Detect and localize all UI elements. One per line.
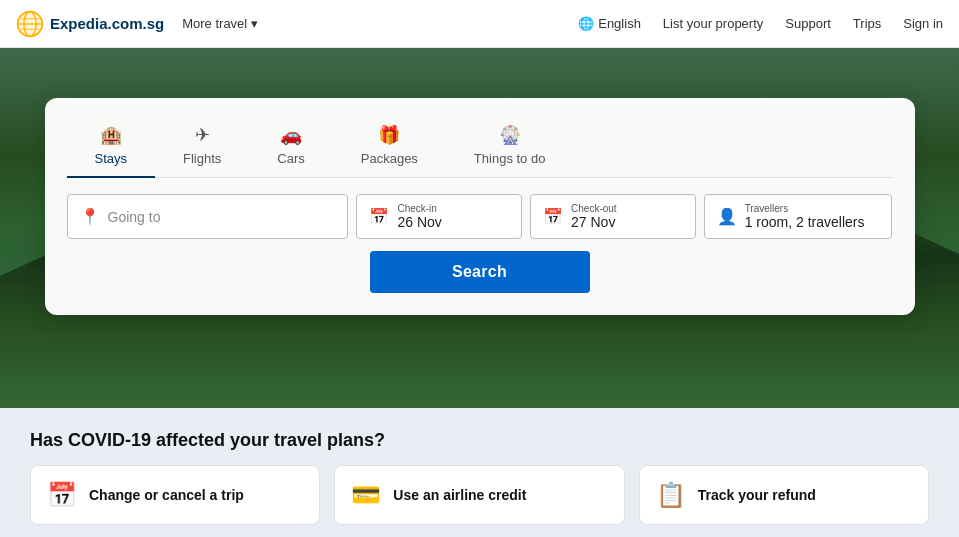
checkout-calendar-icon: 📅	[543, 207, 563, 226]
track-refund-card[interactable]: 📋 Track your refund	[639, 465, 929, 525]
globe-icon: 🌐	[578, 16, 594, 31]
more-travel-chevron-icon: ▾	[251, 16, 258, 31]
covid-title: Has COVID-19 affected your travel plans?	[30, 430, 929, 451]
airline-credit-text: Use an airline credit	[393, 487, 526, 503]
support-link[interactable]: Support	[785, 16, 831, 31]
trips-link[interactable]: Trips	[853, 16, 881, 31]
tab-cars[interactable]: 🚗 Cars	[249, 116, 332, 178]
covid-section: Has COVID-19 affected your travel plans?…	[0, 408, 959, 537]
more-travel-label: More travel	[182, 16, 247, 31]
logo-icon	[16, 10, 44, 38]
checkout-field[interactable]: 📅 Check-out 27 Nov	[530, 194, 696, 239]
checkout-content: Check-out 27 Nov	[571, 203, 617, 230]
checkout-label: Check-out	[571, 203, 617, 214]
tab-things-to-do[interactable]: 🎡 Things to do	[446, 116, 574, 178]
logo-text: Expedia.com.sg	[50, 15, 164, 32]
search-card: 🏨 Stays ✈ Flights 🚗 Cars 🎁 Packages 🎡 Th…	[45, 98, 915, 315]
change-cancel-icon: 📅	[47, 481, 77, 509]
travelers-value: 1 room, 2 travellers	[745, 214, 865, 230]
travelers-field[interactable]: 👤 Travellers 1 room, 2 travellers	[704, 194, 893, 239]
cars-icon: 🚗	[280, 124, 302, 146]
travel-tabs: 🏨 Stays ✈ Flights 🚗 Cars 🎁 Packages 🎡 Th…	[67, 116, 893, 178]
search-button-row: Search	[67, 251, 893, 293]
tab-cars-label: Cars	[277, 151, 304, 166]
track-refund-icon: 📋	[656, 481, 686, 509]
list-property-link[interactable]: List your property	[663, 16, 763, 31]
language-selector[interactable]: 🌐 English	[578, 16, 641, 31]
destination-placeholder: Going to	[108, 209, 161, 225]
flights-icon: ✈	[195, 124, 210, 146]
search-row: 📍 Going to 📅 Check-in 26 Nov 📅 Check-out…	[67, 194, 893, 239]
travelers-icon: 👤	[717, 207, 737, 226]
tab-things-label: Things to do	[474, 151, 546, 166]
more-travel-menu[interactable]: More travel ▾	[182, 16, 258, 31]
checkin-calendar-icon: 📅	[369, 207, 389, 226]
signin-link[interactable]: Sign in	[903, 16, 943, 31]
travelers-label: Travellers	[745, 203, 865, 214]
tab-packages-label: Packages	[361, 151, 418, 166]
search-button[interactable]: Search	[370, 251, 590, 293]
tab-stays-label: Stays	[95, 151, 128, 166]
checkin-content: Check-in 26 Nov	[397, 203, 441, 230]
logo[interactable]: Expedia.com.sg	[16, 10, 164, 38]
tab-flights-label: Flights	[183, 151, 221, 166]
track-refund-text: Track your refund	[698, 487, 816, 503]
packages-icon: 🎁	[378, 124, 400, 146]
change-cancel-card[interactable]: 📅 Change or cancel a trip	[30, 465, 320, 525]
nav-right: 🌐 English List your property Support Tri…	[578, 16, 943, 31]
travelers-content: Travellers 1 room, 2 travellers	[745, 203, 865, 230]
checkin-label: Check-in	[397, 203, 441, 214]
checkout-value: 27 Nov	[571, 214, 617, 230]
airline-credit-icon: 💳	[351, 481, 381, 509]
change-cancel-text: Change or cancel a trip	[89, 487, 244, 503]
covid-cards-row: 📅 Change or cancel a trip 💳 Use an airli…	[30, 465, 929, 525]
tab-stays[interactable]: 🏨 Stays	[67, 116, 156, 178]
airline-credit-card[interactable]: 💳 Use an airline credit	[334, 465, 624, 525]
tab-packages[interactable]: 🎁 Packages	[333, 116, 446, 178]
stays-icon: 🏨	[100, 124, 122, 146]
checkin-value: 26 Nov	[397, 214, 441, 230]
things-icon: 🎡	[499, 124, 521, 146]
hero-section: 🏨 Stays ✈ Flights 🚗 Cars 🎁 Packages 🎡 Th…	[0, 48, 959, 408]
tab-flights[interactable]: ✈ Flights	[155, 116, 249, 178]
navbar: Expedia.com.sg More travel ▾ 🌐 English L…	[0, 0, 959, 48]
language-label: English	[598, 16, 641, 31]
location-pin-icon: 📍	[80, 207, 100, 226]
checkin-field[interactable]: 📅 Check-in 26 Nov	[356, 194, 522, 239]
destination-field[interactable]: 📍 Going to	[67, 194, 349, 239]
